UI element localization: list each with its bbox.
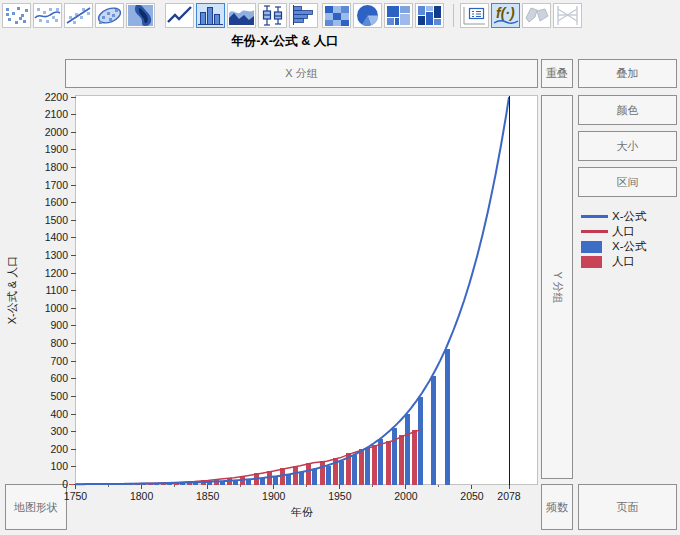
treemap-icon bbox=[385, 4, 412, 27]
toolbar-area-chart-button[interactable] bbox=[227, 3, 256, 28]
size-drop-zone[interactable]: 大小 bbox=[578, 131, 677, 161]
scatter-icon bbox=[3, 4, 30, 27]
toolbar-mosaic-button[interactable] bbox=[415, 3, 444, 28]
color-drop-zone[interactable]: 颜色 bbox=[578, 95, 677, 125]
x-group-label: X 分组 bbox=[285, 66, 317, 81]
contour-icon bbox=[127, 4, 154, 27]
toolbar-ellipse-button[interactable] bbox=[95, 3, 124, 28]
overlap-label: 重叠 bbox=[546, 66, 568, 81]
legend-line-swatch bbox=[581, 215, 612, 218]
svg-text:年份: 年份 bbox=[290, 506, 313, 518]
svg-text:1800: 1800 bbox=[130, 490, 154, 502]
color-label: 颜色 bbox=[617, 103, 639, 118]
histogram-icon bbox=[290, 4, 317, 27]
toolbar-heatmap-button[interactable] bbox=[322, 3, 351, 28]
svg-text:1700: 1700 bbox=[45, 179, 69, 191]
toolbar-box-plot-button[interactable] bbox=[258, 3, 287, 28]
plot-area[interactable]: 0100200300400500600700800900100011001200… bbox=[0, 85, 545, 535]
toolbar-pie-chart-button[interactable] bbox=[353, 3, 382, 28]
legend-item-2[interactable]: X-公式 bbox=[581, 239, 678, 254]
toolbar-smoother-button[interactable] bbox=[33, 3, 62, 28]
svg-text:1900: 1900 bbox=[45, 143, 69, 155]
svg-text:X-公式 & 人口: X-公式 & 人口 bbox=[6, 256, 18, 324]
svg-text:1900: 1900 bbox=[262, 490, 286, 502]
graph-title: 年份-X-公式 & 人口 bbox=[65, 33, 505, 50]
freq-drop-zone[interactable]: 频数 bbox=[541, 484, 573, 530]
svg-text:f(·): f(·) bbox=[496, 5, 515, 21]
pie-chart-icon bbox=[354, 4, 381, 27]
svg-text:500: 500 bbox=[50, 390, 68, 402]
y-group-label: Y 分组 bbox=[550, 271, 565, 303]
svg-text:2200: 2200 bbox=[45, 91, 69, 103]
line-of-fit-icon bbox=[65, 4, 92, 27]
map-shapes-icon bbox=[523, 4, 550, 27]
graph-builder-window: f(·) 年份-X-公式 & 人口 X 分组 重叠 叠加 颜色 大小 区间 Y … bbox=[0, 0, 680, 535]
toolbar-histogram-button[interactable] bbox=[289, 3, 318, 28]
svg-text:1600: 1600 bbox=[45, 196, 69, 208]
bar-chart-icon bbox=[197, 4, 224, 27]
formula-icon: f(·) bbox=[492, 4, 519, 27]
svg-text:1950: 1950 bbox=[328, 490, 352, 502]
line-chart-icon bbox=[166, 4, 193, 27]
svg-text:1200: 1200 bbox=[45, 267, 69, 279]
toolbar-separator bbox=[453, 4, 454, 27]
svg-text:900: 900 bbox=[50, 319, 68, 331]
svg-text:300: 300 bbox=[50, 425, 68, 437]
svg-text:200: 200 bbox=[50, 443, 68, 455]
svg-text:1750: 1750 bbox=[64, 490, 88, 502]
heatmap-icon bbox=[323, 4, 350, 27]
chart-type-toolbar: f(·) bbox=[0, 0, 680, 31]
chart-canvas[interactable]: 0100200300400500600700800900100011001200… bbox=[0, 85, 545, 535]
caption-box-icon bbox=[461, 4, 488, 27]
legend-bar-swatch bbox=[581, 241, 612, 253]
swatch-color bbox=[581, 256, 602, 268]
overlap-drop-zone[interactable]: 重叠 bbox=[541, 59, 573, 88]
legend-item-0[interactable]: X-公式 bbox=[581, 209, 678, 224]
svg-text:400: 400 bbox=[50, 408, 68, 420]
svg-text:2050: 2050 bbox=[460, 490, 484, 502]
overlay-label: 叠加 bbox=[617, 66, 639, 81]
parallel-plot-icon bbox=[554, 4, 581, 27]
chart-legend: X-公式人口X-公式人口 bbox=[581, 209, 678, 269]
toolbar-treemap-button[interactable] bbox=[384, 3, 413, 28]
toolbar-formula-button[interactable]: f(·) bbox=[491, 3, 520, 28]
legend-label: 人口 bbox=[612, 254, 635, 269]
swatch-color bbox=[581, 215, 608, 218]
toolbar-scatter-button[interactable] bbox=[2, 3, 31, 28]
svg-text:2000: 2000 bbox=[45, 126, 69, 138]
svg-text:2078: 2078 bbox=[497, 490, 521, 502]
svg-text:700: 700 bbox=[50, 355, 68, 367]
freq-label: 频数 bbox=[546, 500, 568, 515]
svg-text:2100: 2100 bbox=[45, 108, 69, 120]
overlay-drop-zone[interactable]: 叠加 bbox=[578, 59, 677, 88]
legend-item-3[interactable]: 人口 bbox=[581, 254, 678, 269]
legend-label: 人口 bbox=[612, 224, 635, 239]
svg-text:1800: 1800 bbox=[45, 161, 69, 173]
toolbar-caption-box-button[interactable] bbox=[460, 3, 489, 28]
ellipse-icon bbox=[96, 4, 123, 27]
toolbar-map-shapes-button bbox=[522, 3, 551, 28]
svg-text:1100: 1100 bbox=[45, 284, 68, 296]
svg-text:1400: 1400 bbox=[45, 231, 69, 243]
svg-text:800: 800 bbox=[50, 337, 68, 349]
svg-text:600: 600 bbox=[50, 372, 68, 384]
toolbar-line-chart-button[interactable] bbox=[165, 3, 194, 28]
legend-label: X-公式 bbox=[612, 239, 647, 254]
toolbar-line-of-fit-button[interactable] bbox=[64, 3, 93, 28]
toolbar-contour-button[interactable] bbox=[126, 3, 155, 28]
toolbar-parallel-plot-button bbox=[553, 3, 582, 28]
svg-text:1500: 1500 bbox=[45, 214, 69, 226]
svg-text:0: 0 bbox=[62, 478, 68, 490]
interval-drop-zone[interactable]: 区间 bbox=[578, 167, 677, 197]
legend-item-1[interactable]: 人口 bbox=[581, 224, 678, 239]
size-label: 大小 bbox=[617, 139, 639, 154]
y-group-drop-zone[interactable]: Y 分组 bbox=[541, 95, 573, 479]
legend-bar-swatch bbox=[581, 256, 612, 268]
svg-text:2000: 2000 bbox=[394, 490, 418, 502]
x-group-drop-zone[interactable]: X 分组 bbox=[65, 59, 538, 88]
toolbar-bar-chart-button[interactable] bbox=[196, 3, 225, 28]
page-drop-zone[interactable]: 页面 bbox=[578, 484, 677, 530]
svg-text:100: 100 bbox=[50, 460, 68, 472]
svg-text:1300: 1300 bbox=[45, 249, 69, 261]
smoother-icon bbox=[34, 4, 61, 27]
